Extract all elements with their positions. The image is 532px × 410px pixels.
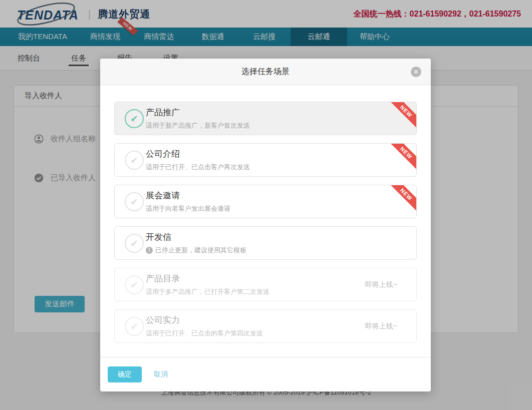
modal-body: ✔ 产品推广 适用于新产品推广，新客户首次发送 NEW ✔ 公司介绍 适用于已打…: [100, 85, 431, 357]
modal-footer: 确定 取消: [100, 357, 431, 391]
option-title: 产品推广: [146, 107, 250, 118]
close-icon[interactable]: ✕: [411, 67, 421, 77]
option-title: 开发信: [146, 231, 246, 243]
option-company-intro[interactable]: ✔ 公司介绍 适用于已打开、已点击客户再次发送 NEW: [114, 143, 417, 177]
option-product-promotion[interactable]: ✔ 产品推广 适用于新产品推广，新客户首次发送 NEW: [114, 102, 417, 135]
check-circle-icon: ✔: [125, 234, 144, 253]
option-title: 公司介绍: [146, 148, 250, 160]
option-desc: 适用于已打开、已点击的客户第四次发送: [146, 329, 263, 338]
coming-soon-label: 即将上线~: [365, 280, 397, 289]
check-circle-icon: ✔: [125, 109, 144, 128]
cancel-button[interactable]: 取消: [154, 370, 168, 379]
option-cold-email[interactable]: ✔ 开发信 ! 已停止更新，建议使用其它模板: [114, 226, 417, 260]
modal-header: 选择任务场景 ✕: [100, 59, 431, 85]
option-company-strength: ✔ 公司实力 适用于已打开、已点击的客户第四次发送 即将上线~: [114, 309, 417, 343]
page: TENDATA | 腾道外贸通 全国统一热线：021-61590292，021-…: [0, 0, 532, 410]
option-desc: ! 已停止更新，建议使用其它模板: [146, 246, 246, 255]
option-exhibition-invite[interactable]: ✔ 展会邀请 适用于向老客户发出展会邀请 NEW: [114, 185, 417, 218]
option-title: 公司实力: [146, 314, 263, 326]
confirm-button[interactable]: 确定: [108, 366, 142, 382]
check-circle-icon: ✔: [125, 151, 144, 170]
option-title: 产品目录: [146, 273, 270, 284]
option-desc: 适用于向老客户发出展会邀请: [146, 204, 230, 213]
info-icon: !: [146, 247, 153, 254]
task-scene-modal: 选择任务场景 ✕ ✔ 产品推广 适用于新产品推广，新客户首次发送 NEW ✔ 公…: [100, 59, 431, 391]
coming-soon-label: 即将上线~: [365, 322, 397, 331]
modal-title: 选择任务场景: [241, 67, 290, 77]
check-circle-icon: ✔: [125, 317, 144, 336]
option-title: 展会邀请: [146, 190, 230, 201]
check-circle-icon: ✔: [125, 192, 144, 211]
option-desc: 适用于新产品推广，新客户首次发送: [146, 121, 250, 130]
check-circle-icon: ✔: [125, 275, 144, 294]
new-ribbon: NEW: [388, 185, 417, 214]
new-ribbon: NEW: [388, 143, 417, 172]
option-desc: 适用于已打开、已点击客户再次发送: [146, 163, 250, 172]
option-desc: 适用于多产品推广，已打开客户第二次发送: [146, 287, 270, 296]
new-ribbon: NEW: [388, 102, 417, 131]
option-product-catalog: ✔ 产品目录 适用于多产品推广，已打开客户第二次发送 即将上线~: [114, 268, 417, 301]
